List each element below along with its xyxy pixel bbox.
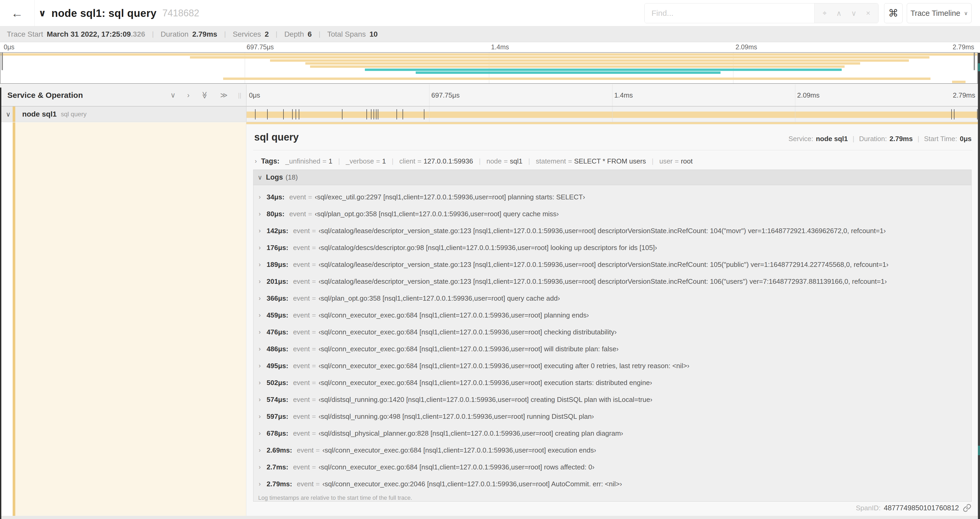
log-row[interactable]: ›495μs:event=‹sql/conn_executor_exec.go:…: [253, 357, 971, 374]
service-value: node sql1: [816, 135, 848, 143]
ruler-tick-label: 1.4ms: [491, 43, 509, 51]
find-input[interactable]: [644, 3, 814, 23]
chevron-right-icon[interactable]: ›: [259, 396, 267, 403]
chevron-right-icon[interactable]: ›: [259, 345, 267, 353]
find-tools: ⌖ ∧ ∨ ×: [814, 3, 878, 23]
tags-row[interactable]: › Tags: _unfinished=1|_verbose=1|client=…: [255, 155, 973, 168]
span-row-name-cell[interactable]: ∨ node sql1 sql query: [0, 107, 246, 122]
log-field-key: event: [293, 311, 310, 319]
trace-timeline-view-selector[interactable]: Trace Timeline ∨: [907, 3, 972, 23]
log-row[interactable]: ›366μs:event=‹sql/plan_opt.go:358 [nsql1…: [253, 290, 971, 307]
collapse-trace-chevron-icon[interactable]: ∨: [38, 8, 46, 19]
log-tick: [977, 109, 978, 120]
background-fragment: [978, 63, 980, 71]
log-timestamp: 142μs:: [267, 227, 288, 235]
next-match-icon[interactable]: ∨: [851, 9, 857, 18]
log-field-value: ‹sql/catalog/lease/descriptor_version_st…: [318, 260, 888, 269]
minimap-right-scrubber[interactable]: [974, 53, 975, 70]
expand-all-icon[interactable]: ≫: [220, 91, 228, 99]
depth-value: 6: [308, 30, 312, 38]
background-window-sliver-right: [978, 53, 980, 519]
log-row[interactable]: ›2.79ms:event=‹sql/conn_executor_exec.go…: [253, 476, 971, 492]
equals-sign: =: [312, 311, 316, 319]
log-field-key: event: [289, 210, 306, 218]
chevron-right-icon[interactable]: ›: [259, 430, 267, 437]
log-tick: [951, 109, 952, 120]
start-time-value: 0μs: [960, 135, 972, 143]
command-icon: ⌘: [888, 7, 898, 19]
chevron-right-icon[interactable]: ›: [259, 295, 267, 302]
chevron-right-icon[interactable]: ›: [259, 329, 267, 336]
separator: |: [479, 157, 481, 165]
chevron-right-icon[interactable]: ›: [259, 379, 267, 386]
chevron-right-icon[interactable]: ›: [259, 261, 267, 268]
equals-sign: =: [312, 463, 316, 471]
focus-match-icon[interactable]: ⌖: [822, 9, 827, 18]
chevron-right-icon[interactable]: ›: [259, 363, 267, 369]
back-button[interactable]: ←: [0, 0, 35, 26]
log-row[interactable]: ›486μs:event=‹sql/conn_executor_exec.go:…: [253, 340, 971, 357]
chevron-right-icon[interactable]: ›: [259, 413, 267, 420]
log-row[interactable]: ›574μs:event=‹sql/distsql_running.go:142…: [253, 391, 971, 408]
log-row[interactable]: ›459μs:event=‹sql/conn_executor_exec.go:…: [253, 307, 971, 324]
chevron-right-icon[interactable]: ›: [259, 312, 267, 319]
span-color-stripe: [13, 122, 15, 516]
clear-find-icon[interactable]: ×: [866, 9, 870, 18]
logs-header[interactable]: ∨ Logs (18): [253, 170, 971, 185]
chevron-right-icon[interactable]: ›: [259, 211, 267, 217]
log-row[interactable]: ›34μs:event=‹sql/exec_util.go:2297 [nsql…: [253, 188, 971, 206]
log-timestamp: 486μs:: [267, 345, 288, 353]
expand-one-icon[interactable]: ›: [187, 91, 189, 99]
tag-item: _unfinished=1: [285, 157, 332, 165]
chevron-right-icon[interactable]: ›: [259, 193, 267, 201]
log-tick: [954, 109, 955, 120]
log-tick: [292, 109, 293, 120]
gridline: [429, 85, 430, 106]
column-resizer-handle[interactable]: ||: [238, 91, 241, 99]
equals-sign: =: [316, 446, 320, 454]
prev-match-icon[interactable]: ∧: [836, 9, 842, 18]
trace-id: 7418682: [162, 8, 199, 19]
span-row-timeline-cell[interactable]: [246, 107, 978, 122]
log-row[interactable]: ›2.7ms:event=‹sql/conn_executor_exec.go:…: [253, 458, 971, 476]
log-row[interactable]: ›476μs:event=‹sql/conn_executor_exec.go:…: [253, 324, 971, 340]
trace-start-fraction: .326: [131, 30, 145, 38]
collapse-one-icon[interactable]: ∨: [170, 91, 176, 99]
keyboard-shortcuts-button[interactable]: ⌘: [884, 3, 902, 23]
span-collapse-chevron-icon[interactable]: ∨: [6, 110, 11, 118]
chevron-right-icon[interactable]: ›: [259, 447, 267, 454]
ruler-tick-label: 2.09ms: [735, 43, 757, 51]
span-detail-info: Service: node sql1 | Duration: 2.79ms | …: [789, 135, 972, 143]
tag-key: _unfinished: [285, 157, 320, 165]
chevron-right-icon[interactable]: ›: [259, 464, 267, 471]
log-row[interactable]: ›142μs:event=‹sql/catalog/lease/descript…: [253, 222, 971, 239]
collapse-all-icon[interactable]: ≫: [201, 91, 209, 99]
log-row[interactable]: ›176μs:event=‹sql/catalog/descs/descript…: [253, 239, 971, 256]
log-row[interactable]: ›2.69ms:event=‹sql/conn_executor_exec.go…: [253, 442, 971, 458]
log-row[interactable]: ›189μs:event=‹sql/catalog/lease/descript…: [253, 256, 971, 273]
ruler-tick-label: 2.09ms: [797, 91, 819, 99]
log-row[interactable]: ›80μs:event=‹sql/plan_opt.go:358 [nsql1,…: [253, 206, 971, 222]
page-bottom-strip: [0, 516, 980, 519]
gridline: [246, 107, 247, 122]
log-field-key: event: [293, 328, 310, 336]
log-field-value: ‹sql/catalog/descs/descriptor.go:98 [nsq…: [318, 244, 657, 252]
minimap-left-scrubber[interactable]: [2, 53, 3, 70]
minimap-span-bar: [952, 81, 966, 83]
equals-sign: =: [312, 362, 316, 370]
chevron-right-icon[interactable]: ›: [259, 278, 267, 285]
deep-link-icon[interactable]: [963, 503, 972, 513]
log-timestamp: 495μs:: [267, 362, 288, 370]
equals-sign: =: [312, 396, 316, 404]
trace-minimap[interactable]: [0, 52, 978, 84]
log-row[interactable]: ›678μs:event=‹sql/distsql_physical_plann…: [253, 425, 971, 442]
chevron-right-icon[interactable]: ›: [259, 227, 267, 235]
log-field-value: ‹sql/distsql_physical_planner.go:828 [ns…: [318, 430, 623, 438]
equals-sign: =: [312, 379, 316, 387]
log-tick: [402, 109, 403, 120]
log-row[interactable]: ›201μs:event=‹sql/catalog/lease/descript…: [253, 273, 971, 290]
log-row[interactable]: ›597μs:event=‹sql/distsql_running.go:498…: [253, 408, 971, 425]
chevron-right-icon[interactable]: ›: [259, 244, 267, 251]
chevron-right-icon[interactable]: ›: [259, 481, 267, 488]
log-row[interactable]: ›502μs:event=‹sql/conn_executor_exec.go:…: [253, 374, 971, 391]
